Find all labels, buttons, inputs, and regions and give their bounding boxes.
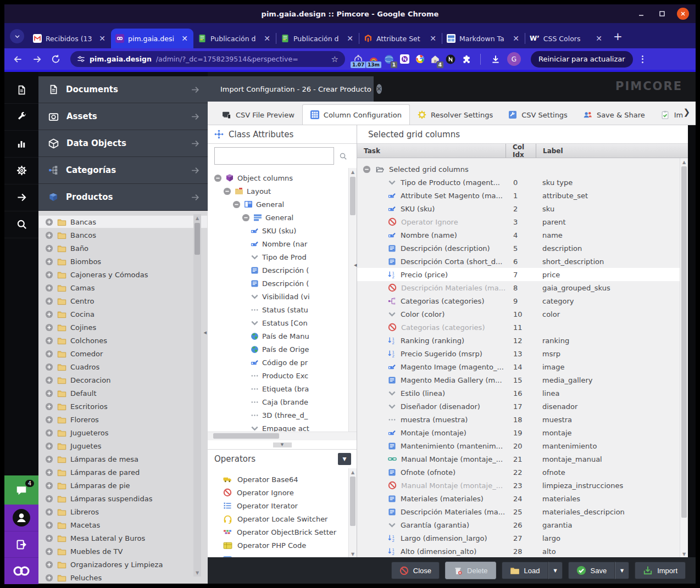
grid-column-row[interactable]: Magento Media Gallery (m... 15 media_gal…	[357, 373, 688, 387]
attribute-tree-node[interactable]: Código de pr	[208, 356, 357, 369]
attribute-tree-node[interactable]: Estatus [Con	[208, 316, 357, 329]
attribute-tree-node[interactable]: Layout	[208, 184, 357, 198]
rail-settings-button[interactable]	[4, 157, 38, 184]
grid-column-row[interactable]: Montaje (montaje) 19 montaje	[357, 426, 688, 439]
sidebar-section-assets[interactable]: Assets	[38, 103, 208, 130]
tab-close-icon[interactable]: ✕	[512, 34, 520, 43]
import-config-tab[interactable]: Import Configuration - 26 - Crear Produc…	[208, 76, 374, 102]
back-icon[interactable]	[11, 52, 25, 66]
tab-close-icon[interactable]: ✕	[180, 34, 189, 43]
grid-column-row[interactable]: Operator Ignore 3 parent	[357, 215, 688, 228]
grid-column-row[interactable]: Garantía (garantia) 26 garantia	[357, 518, 688, 531]
attribute-tree-node[interactable]: Descripción (	[208, 264, 357, 277]
tab-scroll-right-icon[interactable]: ❯	[683, 107, 690, 117]
chrome-menu-icon[interactable]	[642, 55, 643, 63]
tab-search-button[interactable]	[10, 29, 24, 43]
attribute-tree-node[interactable]: Caja (brande	[208, 395, 357, 408]
config-tab-column-configuration[interactable]: Column Configuration	[302, 104, 410, 125]
grid-column-row[interactable]: Descripción (description) 5 description	[357, 242, 688, 255]
operator-item[interactable]: Operator PHP Code	[208, 539, 357, 552]
forward-icon[interactable]	[30, 52, 44, 66]
rail-documents-button[interactable]	[4, 76, 38, 104]
grid-column-row[interactable]: Descripción Materiales (ma... 8 gaia_gro…	[357, 281, 688, 294]
rail-tools-button[interactable]	[4, 103, 38, 131]
extension-rainbow-icon[interactable]: 13m	[367, 53, 380, 66]
downloads-icon[interactable]	[488, 52, 503, 66]
browser-tab[interactable]: Attribute Set✕	[359, 29, 442, 48]
category-folder-row[interactable]: Lámparas suspendidas	[38, 492, 208, 505]
grid-column-row[interactable]: 12Precio Sugerido (msrp) 13 msrp	[357, 347, 688, 360]
tab-close-icon[interactable]: ✕	[263, 34, 271, 43]
close-button[interactable]: Close	[391, 562, 440, 579]
bookmark-star-icon[interactable]: ☆	[331, 54, 338, 64]
tree-collapse-handle[interactable]: ▼	[273, 443, 292, 447]
save-button[interactable]: Save	[568, 562, 615, 579]
grid-column-row[interactable]: 12Precio (price) 7 price	[357, 268, 688, 281]
category-folder-row[interactable]: Lámparas de pared	[38, 466, 208, 479]
sidebar-section-documents[interactable]: Documents	[38, 76, 208, 103]
collapse-minus-icon[interactable]	[223, 187, 231, 195]
collapse-minus-icon[interactable]	[213, 174, 222, 182]
config-tab-save-share[interactable]: Save & Share	[575, 105, 653, 125]
tab-close-icon[interactable]: ✕	[98, 34, 107, 43]
operator-item[interactable]: Operator Base64	[208, 473, 357, 486]
attribute-tree-node[interactable]: General	[208, 198, 357, 211]
category-folder-row[interactable]: Libreros	[38, 505, 208, 518]
config-tab-csv-settings[interactable]: CSV Settings	[501, 105, 575, 125]
search-icon[interactable]	[336, 149, 350, 163]
grid-column-row[interactable]: Mantenimiento (mantenim... 20 mantenimie…	[357, 439, 688, 452]
sidebar-collapse-arrow[interactable]: ◂	[203, 329, 207, 336]
sidebar-section-productos[interactable]: Productos	[38, 184, 208, 211]
attribute-tree-node[interactable]: Etiqueta (bra	[208, 382, 357, 395]
operator-item[interactable]: Operator Iterator	[208, 499, 357, 512]
category-folder-row[interactable]: Jugueteros	[38, 426, 208, 439]
extension-timer-icon[interactable]: 1.07	[352, 53, 365, 66]
attribute-tree-node[interactable]: Producto Exc	[208, 369, 357, 382]
attribute-tree-node[interactable]: Tipo de Prod	[208, 250, 357, 264]
collapse-minus-icon[interactable]	[232, 200, 241, 209]
grid-column-row[interactable]: Magento Image (magento_... 14 image	[357, 360, 688, 373]
panel-collapse-arrow[interactable]: ◂	[354, 261, 357, 268]
browser-tab[interactable]: pim.gaia.desi✕	[111, 29, 193, 48]
category-folder-row[interactable]: Juguetes	[38, 439, 208, 452]
category-folder-row[interactable]: Colchones	[38, 334, 208, 347]
category-folder-row[interactable]: Macetas	[38, 518, 208, 531]
grid-table-header[interactable]: Task Col Idx Label	[357, 144, 688, 158]
browser-tab[interactable]: Markdown Ta✕	[442, 29, 525, 48]
config-tab-resolver-settings[interactable]: Resolver Settings	[410, 105, 501, 125]
grid-column-row[interactable]: muestra (muestra) 18 muestra	[357, 413, 688, 426]
tab-close-icon[interactable]: ✕	[595, 34, 603, 43]
attribute-tree-node[interactable]: País de Manu	[208, 329, 357, 343]
category-folder-row[interactable]: Cajoneras y Cómodas	[38, 268, 208, 281]
grid-column-row[interactable]: Descripción Materiales (ma... 25 materia…	[357, 505, 688, 518]
attribute-tree-node[interactable]: País de Orige	[208, 343, 357, 356]
grid-column-row[interactable]: 12Largo (dimension_largo) 27 largo	[357, 531, 688, 545]
category-folder-row[interactable]: Floreros	[38, 413, 208, 426]
grid-column-row[interactable]: Materiales (materiales) 24 materiales	[357, 492, 688, 505]
category-folder-row[interactable]: Organizadores y Limpieza	[38, 558, 208, 571]
rail-maximize-button[interactable]	[4, 184, 38, 211]
extension-home-icon[interactable]: 4	[429, 53, 442, 66]
grid-column-row[interactable]: Diseñador (disenador) 17 disenador	[357, 400, 688, 413]
tab-close-icon[interactable]: ✕	[346, 34, 354, 43]
site-settings-icon[interactable]	[77, 55, 85, 63]
category-folder-row[interactable]: Lámparas de pie	[38, 479, 208, 492]
attribute-tree-node[interactable]: Nombre (nar	[208, 237, 357, 250]
grid-column-row[interactable]: Descripción Corta (short_d... 6 short_de…	[357, 255, 688, 268]
grid-column-row[interactable]: Tipo de Producto (magent... 0 sku type	[357, 176, 688, 189]
browser-tab[interactable]: W’CSS Colors✕	[525, 29, 608, 48]
category-folder-row[interactable]: Bancas	[38, 215, 208, 228]
attribute-tree-node[interactable]: Visibilidad (vi	[208, 290, 357, 303]
grid-column-row[interactable]: Categorias (categories) 9 category	[357, 294, 688, 307]
category-folder-row[interactable]: Baño	[38, 242, 208, 255]
reload-icon[interactable]	[48, 52, 63, 66]
category-folder-row[interactable]: Bancos	[38, 228, 208, 242]
grid-column-row[interactable]: Nombre (name) 4 name	[357, 228, 688, 242]
user-profile-button[interactable]	[4, 505, 38, 531]
update-button[interactable]: Reiniciar para actualizar	[531, 51, 633, 68]
operator-item[interactable]: Operator ObjectBrick Setter	[208, 525, 357, 539]
attribute-tree-scrollbar[interactable]: ▲	[348, 168, 357, 432]
sidebar-section-categorías[interactable]: Categorías	[38, 157, 208, 184]
grid-column-row[interactable]: Manual Montaje (montaje_... 21 montaje_m…	[357, 452, 688, 466]
new-tab-button[interactable]: +	[613, 30, 623, 43]
